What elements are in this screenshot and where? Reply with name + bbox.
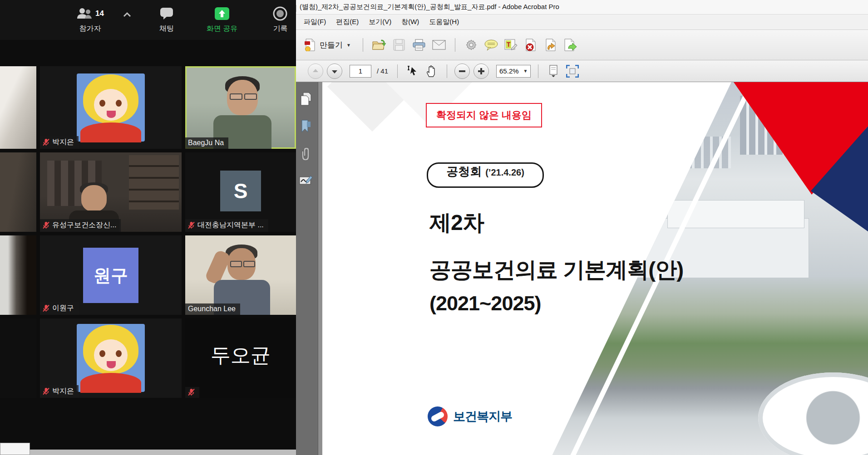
badge-date: (’21.4.26): [485, 167, 524, 178]
video-tile-partial[interactable]: [0, 66, 36, 149]
record-icon: [273, 6, 287, 21]
select-tool-button[interactable]: [405, 64, 420, 79]
ministry-logo-mark: [428, 406, 448, 426]
page-total-label: / 41: [377, 67, 388, 75]
create-pdf-label: 만들기: [320, 40, 343, 50]
video-tile-partial[interactable]: [0, 152, 36, 232]
share-screen-icon: [214, 7, 230, 20]
email-button[interactable]: [431, 37, 447, 53]
video-tile[interactable]: S 대전충남지역본부 ...: [185, 152, 296, 232]
slide-title-line1: 제2차: [429, 208, 484, 237]
navigation-pane: [294, 82, 318, 455]
participant-name: 박지은: [52, 137, 74, 147]
navigation-toolbar: 1 / 41 65.2% ▼: [294, 60, 868, 82]
chat-label: 채팅: [159, 24, 174, 34]
attachments-icon[interactable]: [300, 147, 312, 161]
edit-text-button[interactable]: T: [503, 37, 519, 53]
participant-name: 박지은: [52, 387, 74, 396]
page-number-input[interactable]: 1: [350, 65, 371, 78]
save-button[interactable]: [391, 37, 407, 53]
menu-help[interactable]: 도움말(H): [424, 18, 464, 26]
previous-page-button[interactable]: [308, 64, 323, 79]
toolbar-separator: [363, 38, 363, 52]
muted-mic-icon: [43, 387, 49, 395]
screen: (별첨)_제2차_공공보건의료_기본계획(안)_공청회_발표_자료.pdf - …: [0, 0, 868, 455]
record-button[interactable]: 기록: [273, 6, 287, 34]
chat-button[interactable]: 채팅: [159, 6, 174, 34]
rotate-pages-button[interactable]: [543, 37, 559, 53]
window-edge: [30, 450, 296, 455]
create-pdf-button[interactable]: 만들기 ▼: [301, 37, 355, 53]
settings-gear-icon[interactable]: [464, 37, 479, 53]
participant-label: BaegJu Na: [185, 137, 228, 149]
delete-pages-button[interactable]: [523, 37, 539, 53]
participant-name: Geunchan Lee: [188, 305, 236, 313]
video-tile[interactable]: 박지은: [40, 66, 182, 149]
page-gutter: [318, 82, 322, 455]
zoom-dropdown-arrow: ▼: [523, 68, 528, 73]
menu-edit[interactable]: 편집(E): [331, 18, 364, 26]
zoom-level-dropdown[interactable]: 65.2% ▼: [496, 65, 531, 78]
next-page-button[interactable]: [327, 64, 342, 79]
participant-label: 박지은: [40, 385, 79, 398]
slide-title-line3: (2021~2025): [429, 292, 541, 315]
open-file-button[interactable]: [371, 37, 387, 53]
participant-name: 대전충남지역본부 ...: [197, 220, 264, 230]
menu-file[interactable]: 파일(F): [299, 18, 331, 26]
badge-title: 공청회: [446, 164, 482, 180]
page-thumbnails-icon[interactable]: [300, 92, 312, 106]
create-dropdown-arrow: ▼: [346, 43, 351, 48]
ministry-logo: 보건복지부: [428, 406, 512, 426]
participant-name: 이원구: [52, 303, 74, 313]
participants-icon: [76, 8, 93, 20]
acrobat-titlebar: (별첨)_제2차_공공보건의료_기본계획(안)_공청회_발표_자료.pdf - …: [243, 0, 868, 15]
main-toolbar: 만들기 ▼ T: [294, 30, 868, 60]
share-screen-label: 화면 공유: [207, 24, 237, 34]
video-tile[interactable]: Geunchan Lee: [185, 235, 296, 315]
fit-window-button[interactable]: [565, 64, 580, 79]
print-button[interactable]: [411, 37, 427, 53]
zoom-meeting-window: 박지은 BaegJu Na: [0, 0, 296, 455]
participants-button[interactable]: 14 참가자: [76, 6, 104, 34]
video-tile[interactable]: 유성구보건소장신...: [40, 152, 182, 232]
scrolling-mode-button[interactable]: [546, 64, 561, 79]
menu-bar: 파일(F) 편집(E) 보기(V) 창(W) 도움말(H): [294, 15, 868, 30]
menu-view[interactable]: 보기(V): [364, 18, 396, 26]
zoom-out-button[interactable]: [454, 64, 470, 79]
toolbar-separator: [447, 64, 447, 78]
video-tile-active-speaker[interactable]: BaegJu Na: [185, 66, 296, 149]
video-tile-partial[interactable]: [0, 318, 36, 398]
avatar: [77, 73, 145, 142]
participants-menu-chevron[interactable]: .: [123, 7, 131, 33]
participants-count: 14: [95, 9, 104, 18]
signatures-icon[interactable]: [299, 175, 313, 186]
toolbar-separator: [538, 64, 538, 78]
create-pdf-icon: [304, 39, 316, 51]
video-tile[interactable]: 원구 이원구: [40, 235, 182, 315]
ministry-logo-text: 보건복지부: [453, 408, 512, 425]
toolbar-separator: [397, 64, 398, 78]
video-tile[interactable]: 두오균: [185, 318, 296, 398]
menu-window[interactable]: 창(W): [396, 18, 424, 26]
participant-label: 박지은: [40, 136, 79, 149]
participant-label: 대전충남지역본부 ...: [185, 219, 268, 232]
export-file-button[interactable]: [563, 37, 579, 53]
video-tile-partial[interactable]: [0, 235, 36, 315]
participant-label: 유성구보건소장신...: [40, 219, 121, 232]
draft-watermark: 확정되지 않은 내용임: [426, 103, 542, 127]
zoom-meeting-toolbar: 14 참가자 . 채팅 화면 공유 기록: [0, 0, 296, 40]
share-screen-button[interactable]: 화면 공유: [207, 6, 237, 34]
toolbar-separator: [455, 38, 455, 52]
muted-mic-icon: [43, 221, 49, 229]
muted-mic-icon: [43, 138, 49, 146]
window-title: (별첨)_제2차_공공보건의료_기본계획(안)_공청회_발표_자료.pdf - …: [300, 3, 559, 11]
participant-label: 이원구: [40, 302, 79, 315]
hearing-badge: 공청회 (’21.4.26): [427, 162, 544, 188]
hand-tool-button[interactable]: [424, 64, 439, 79]
video-tile[interactable]: 박지은: [40, 318, 182, 398]
comment-button[interactable]: [483, 37, 499, 53]
avatar: [77, 324, 145, 392]
zoom-in-button[interactable]: [473, 64, 489, 79]
participant-label: [185, 387, 199, 398]
bookmarks-icon[interactable]: [300, 119, 312, 133]
